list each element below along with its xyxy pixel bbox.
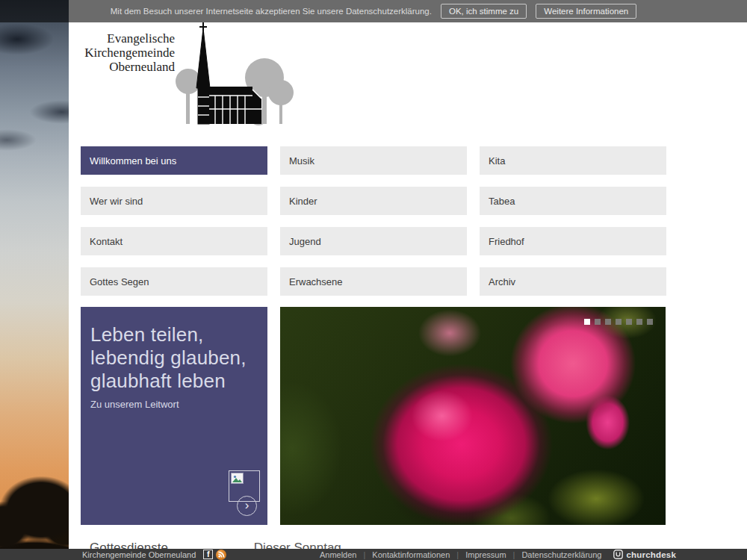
site-logo-text: Evangelische Kirchengemeinde Oberneuland — [81, 31, 175, 74]
slide-dot-2[interactable] — [595, 319, 601, 325]
broken-image-icon — [231, 473, 244, 484]
footer-link-kontaktinformationen[interactable]: Kontaktinformationen — [372, 550, 450, 559]
slide-dot-4[interactable] — [616, 319, 622, 325]
nav-item-willkommen[interactable]: Willkommen bei uns — [81, 146, 267, 175]
slide-dot-5[interactable] — [626, 319, 632, 325]
cookie-message: Mit dem Besuch unserer Internetseite akz… — [111, 7, 432, 16]
site-logo[interactable]: Evangelische Kirchengemeinde Oberneuland — [81, 27, 297, 125]
nav-item-friedhof[interactable]: Friedhof — [480, 227, 666, 255]
logo-line-3: Oberneuland — [81, 60, 175, 74]
nav-item-jugend[interactable]: Jugend — [280, 227, 467, 255]
logo-line-1: Evangelische — [81, 31, 175, 46]
hero-headline-line-1: Leben teilen, — [90, 323, 267, 346]
footer-divider: | — [513, 550, 515, 559]
slide-dot-1[interactable] — [584, 319, 590, 325]
footer-link-anmelden[interactable]: Anmelden — [320, 550, 357, 559]
slider-next-button[interactable]: › — [237, 496, 257, 516]
church-illustration-icon — [172, 22, 297, 128]
footer-divider: | — [456, 550, 459, 559]
nav-item-kinder[interactable]: Kinder — [280, 187, 467, 215]
nav-item-musik[interactable]: Musik — [280, 146, 467, 175]
nav-item-kita[interactable]: Kita — [480, 146, 666, 175]
chevron-right-icon: › — [245, 499, 249, 511]
cookie-accept-button[interactable]: OK, ich stimme zu — [441, 4, 527, 19]
churchdesk-logo[interactable]: churchdesk — [613, 550, 676, 559]
hero-slide-photo — [280, 307, 666, 525]
leitwort-link[interactable]: Zu unserem Leitwort — [90, 399, 179, 410]
nav-item-erwachsene[interactable]: Erwachsene — [280, 267, 467, 296]
slide-dot-3[interactable] — [605, 319, 611, 325]
footer-bar: Kirchengemeinde Oberneuland f Anmelden |… — [0, 549, 747, 560]
hero-headline-line-3: glaubhaft leben — [90, 370, 267, 393]
nav-item-tabea[interactable]: Tabea — [480, 187, 666, 215]
footer-divider: | — [363, 550, 365, 559]
slide-pagination — [584, 319, 653, 325]
nav-item-wer-wir-sind[interactable]: Wer wir sind — [81, 187, 267, 215]
footer-link-impressum[interactable]: Impressum — [465, 550, 506, 559]
main-navigation: Willkommen bei uns Musik Kita Wer wir si… — [81, 146, 666, 296]
facebook-icon[interactable]: f — [203, 550, 213, 559]
footer-link-datenschutz[interactable]: Datenschutzerklärung — [521, 550, 601, 559]
sunset-background-photo — [0, 0, 69, 560]
hero-headline: Leben teilen, lebendig glauben, glaubhaf… — [81, 307, 267, 393]
slide-dot-7[interactable] — [647, 319, 653, 325]
nav-item-kontakt[interactable]: Kontakt — [81, 227, 267, 255]
cookie-info-button[interactable]: Weitere Informationen — [536, 4, 636, 19]
hero-slide-text-panel: Leben teilen, lebendig glauben, glaubhaf… — [81, 307, 267, 525]
hero-headline-line-2: lebendig glauben, — [90, 346, 267, 370]
cookie-banner: Mit dem Besuch unserer Internetseite akz… — [0, 0, 747, 22]
churchdesk-wordmark: churchdesk — [626, 550, 676, 559]
rss-icon[interactable] — [216, 550, 226, 560]
churchdesk-icon — [613, 550, 623, 559]
slide-dot-6[interactable] — [636, 319, 642, 325]
nav-item-archiv[interactable]: Archiv — [480, 267, 666, 296]
logo-line-2: Kirchengemeinde — [81, 46, 175, 60]
footer-site-name: Kirchengemeinde Oberneuland — [82, 550, 196, 559]
nav-item-gottes-segen[interactable]: Gottes Segen — [81, 267, 267, 296]
